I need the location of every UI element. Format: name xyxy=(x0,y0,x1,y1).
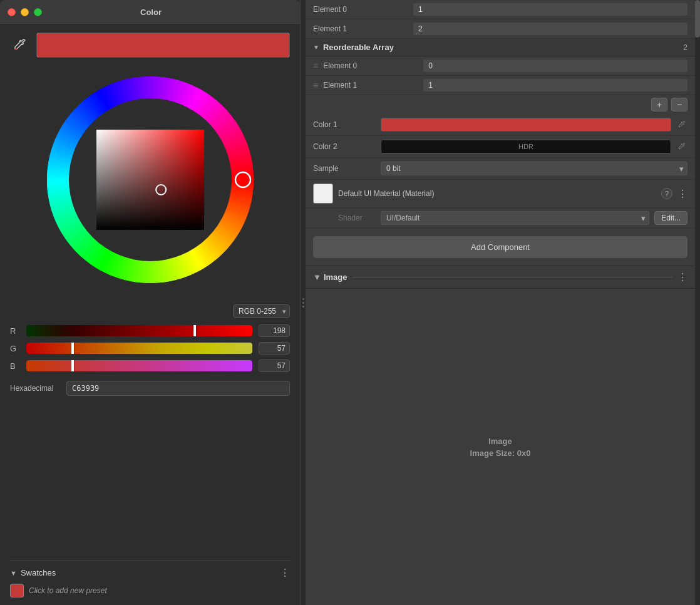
g-gradient xyxy=(26,343,252,354)
shader-select[interactable]: UI/Default xyxy=(381,211,649,225)
image-section-header: ▼ Image ⋮ xyxy=(306,266,695,289)
color-body: RGB 0-255 RGB 0-1 HSB HSL CMYK R xyxy=(0,25,300,605)
image-arrow-icon: ▼ xyxy=(313,272,321,282)
reorderable-element-0-input[interactable] xyxy=(423,59,687,72)
scrollbar-track[interactable] xyxy=(695,0,700,605)
image-empty-title: Image xyxy=(488,437,512,446)
color-titlebar: Color xyxy=(0,0,300,25)
shader-row: Shader UI/Default Edit... xyxy=(306,208,695,229)
reorderable-element-0-label: Element 0 xyxy=(323,61,423,70)
shader-label: Shader xyxy=(338,214,376,222)
g-slider-track[interactable] xyxy=(26,343,252,354)
r-slider-track[interactable] xyxy=(26,325,252,336)
swatches-menu-button[interactable]: ⋮ xyxy=(280,567,290,579)
reorderable-element-1-label: Element 1 xyxy=(323,81,423,90)
swatches-add-row[interactable]: Click to add new preset xyxy=(10,584,290,597)
element-0-row: Element 0 xyxy=(306,0,695,19)
material-help-button[interactable]: ? xyxy=(661,188,672,199)
element-1-label: Element 1 xyxy=(313,24,413,33)
remove-element-button[interactable]: − xyxy=(671,98,687,111)
sample-select-wrapper[interactable]: 0 bit 1 bit 2 bit 4 bit xyxy=(381,162,687,175)
material-thumbnail xyxy=(313,184,333,204)
hex-input[interactable] xyxy=(66,381,290,396)
color1-label: Color 1 xyxy=(313,120,376,129)
shader-select-wrapper[interactable]: UI/Default xyxy=(381,211,649,225)
element-1-input[interactable] xyxy=(413,23,687,35)
reorderable-array-title: Reorderable Array xyxy=(323,43,683,52)
hdr-label: HDR xyxy=(518,143,533,150)
color2-row: Color 2 HDR xyxy=(306,136,695,158)
g-value-input[interactable] xyxy=(259,342,290,354)
shader-edit-button[interactable]: Edit... xyxy=(654,211,687,225)
element-0-input[interactable] xyxy=(413,3,687,16)
swatches-section: ▼ Swatches ⋮ Click to add new preset xyxy=(10,560,290,597)
sample-select[interactable]: 0 bit 1 bit 2 bit 4 bit xyxy=(381,162,687,175)
color2-swatch[interactable]: HDR xyxy=(381,140,671,153)
sample-row: Sample 0 bit 1 bit 2 bit 4 bit xyxy=(306,158,695,180)
image-section-menu-button[interactable]: ⋮ xyxy=(677,271,687,283)
reorderable-array-count: 2 xyxy=(683,43,687,52)
color2-label: Color 2 xyxy=(313,142,376,151)
color1-swatch[interactable] xyxy=(381,118,671,132)
mode-row: RGB 0-255 RGB 0-1 HSB HSL CMYK xyxy=(10,304,290,318)
right-panel: Element 0 Element 1 ▼ Reorderable Array … xyxy=(306,0,700,605)
r-thumb[interactable] xyxy=(193,325,196,336)
hex-label: Hexadecimal xyxy=(10,384,60,393)
image-empty-subtitle: Image Size: 0x0 xyxy=(470,448,531,458)
reorderable-element-1-input[interactable] xyxy=(423,79,687,91)
element-0-label: Element 0 xyxy=(313,5,413,14)
image-empty-area: Image Image Size: 0x0 xyxy=(306,289,695,605)
material-row: Default UI Material (Material) ? ⋮ xyxy=(306,180,695,208)
b-value-input[interactable] xyxy=(259,359,290,372)
drag-handle-0[interactable]: ≡ xyxy=(313,61,318,71)
color-wheel[interactable] xyxy=(38,67,263,292)
reorderable-array-arrow: ▼ xyxy=(313,44,319,51)
add-element-button[interactable]: + xyxy=(651,98,667,111)
color-preview xyxy=(36,33,290,58)
color-wheel-container[interactable] xyxy=(10,67,290,292)
b-thumb[interactable] xyxy=(71,360,74,371)
mode-select[interactable]: RGB 0-255 RGB 0-1 HSB HSL CMYK xyxy=(233,304,290,318)
panel-divider[interactable] xyxy=(301,0,306,605)
swatches-title: Swatches xyxy=(21,568,56,577)
color-panel: Color RGB 0-255 RGB 0-1 HS xyxy=(0,0,301,605)
swatch-color-icon xyxy=(10,584,24,597)
properties-container: Element 0 Element 1 ▼ Reorderable Array … xyxy=(306,0,695,605)
r-slider-row: R xyxy=(10,324,290,337)
r-label: R xyxy=(10,326,20,336)
eyedropper-icon xyxy=(13,38,28,53)
add-component-button[interactable]: Add Component xyxy=(313,236,687,258)
drag-handle-1[interactable]: ≡ xyxy=(313,80,318,90)
reorderable-element-1-row: ≡ Element 1 xyxy=(306,76,695,95)
b-slider-track[interactable] xyxy=(26,360,252,371)
sliders-section: R G B xyxy=(10,324,290,372)
b-slider-row: B xyxy=(10,359,290,372)
eyedropper-button[interactable] xyxy=(10,35,30,55)
b-label: B xyxy=(10,361,20,371)
element-1-row: Element 1 xyxy=(306,19,695,39)
r-value-input[interactable] xyxy=(259,324,290,337)
image-section-title: Image xyxy=(324,272,347,282)
material-name-label: Default UI Material (Material) xyxy=(338,189,656,198)
scrollbar-thumb[interactable] xyxy=(695,0,700,38)
g-slider-row: G xyxy=(10,342,290,354)
color1-row: Color 1 xyxy=(306,114,695,136)
color-top-row xyxy=(10,33,290,58)
mode-select-wrapper[interactable]: RGB 0-255 RGB 0-1 HSB HSL CMYK xyxy=(233,304,290,318)
material-menu-button[interactable]: ⋮ xyxy=(677,188,687,200)
color1-eyedropper[interactable] xyxy=(676,119,687,130)
g-thumb[interactable] xyxy=(71,343,74,354)
panel-title: Color xyxy=(9,8,292,17)
array-btn-row: + − xyxy=(306,95,695,114)
swatches-header: ▼ Swatches ⋮ xyxy=(10,567,290,579)
sample-label: Sample xyxy=(313,164,376,173)
reorderable-array-header: ▼ Reorderable Array 2 xyxy=(306,39,695,56)
color2-eyedropper[interactable] xyxy=(676,141,687,152)
image-divider-line xyxy=(352,277,672,277)
g-label: G xyxy=(10,344,20,353)
svg-rect-0 xyxy=(15,48,17,50)
divider-handle xyxy=(302,298,304,308)
reorderable-element-0-row: ≡ Element 0 xyxy=(306,56,695,76)
swatch-add-label: Click to add new preset xyxy=(29,586,107,595)
hex-row: Hexadecimal xyxy=(10,381,290,396)
